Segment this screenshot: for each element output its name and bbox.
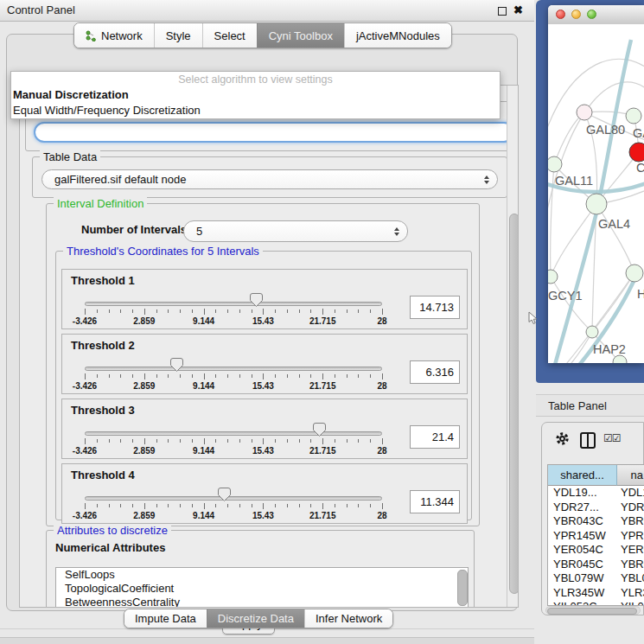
slider-tick-labels: -3.4262.8599.14415.4321.71528 [85,446,382,456]
column-header-shared-name[interactable]: shared... [548,465,617,486]
threshold-panel-4: Threshold 4 -3.4262.8599.14415.4321.7152… [61,463,468,524]
table-row[interactable]: YDL19...YDL1 [548,486,644,501]
attributes-group: Attributes to discretize Numerical Attri… [46,530,475,608]
tick-label: 21.715 [309,511,336,520]
cell-name[interactable]: YPR1 [617,529,644,544]
zoom-traffic-light-icon[interactable] [587,10,596,19]
screen: Control Panel ✖ NetworkStyleSelectCyni T… [0,0,644,644]
numerical-attributes-list[interactable]: SelfLoopsTopologicalCoefficientBetweenne… [55,567,469,608]
cell-shared-name[interactable]: YLR345W [548,586,617,601]
table-row[interactable]: YPR145WYPR1 [548,529,644,544]
interval-definition-group: Interval Definition Number of Intervals … [46,203,480,526]
cell-shared-name[interactable]: YBR043C [548,514,617,529]
attributes-scrollbar[interactable] [457,570,466,608]
network-node[interactable] [586,194,607,214]
cell-name[interactable]: YDL1 [617,486,644,501]
slider-thumb[interactable] [170,358,183,372]
network-window-titlebar[interactable] [548,5,644,25]
split-column-icon[interactable] [580,432,596,449]
attribute-item-topologicalcoefficient[interactable]: TopologicalCoefficient [56,582,468,596]
network-node[interactable] [626,265,643,282]
cell-name[interactable]: YBL0 [617,571,644,586]
cell-shared-name[interactable]: YER054C [548,543,617,558]
cell-shared-name[interactable]: YDL19... [548,486,617,501]
group-title: Table Data [40,150,100,163]
network-node[interactable] [626,108,641,124]
slider-thumb[interactable] [313,423,326,437]
slider-track[interactable] [85,496,382,501]
slider-thumb[interactable] [250,293,263,307]
table-row[interactable]: YDR27...YDR2 [548,501,644,515]
table-data-combo[interactable]: galFiltered.sif default node [41,169,498,189]
cell-shared-name[interactable]: YIL052C [548,600,617,606]
table-row[interactable]: YER054CYER0 [548,543,644,558]
tick-label: 9.144 [193,446,214,456]
threshold-value-field[interactable]: 11.344 [410,490,460,513]
close-icon[interactable]: ✖ [513,0,523,21]
cell-shared-name[interactable]: YBR045C [548,558,617,572]
slider-track[interactable] [85,367,382,371]
cell-name[interactable]: YBR0 [617,558,644,572]
network-node[interactable] [629,143,644,162]
network-node[interactable] [586,326,598,338]
window-bottom-edge [0,637,534,644]
network-node[interactable] [548,156,562,172]
table-row[interactable]: YLR345WYLR3 [548,586,644,601]
cell-name[interactable]: YIL0 [617,600,644,606]
slider-ticks [85,438,382,446]
network-node[interactable] [548,270,558,284]
attribute-item-selfloops[interactable]: SelfLoops [56,568,468,582]
cell-name[interactable]: YBR0 [617,514,644,529]
popup-placeholder-item[interactable]: Select algorithm to view settings [11,72,500,87]
table-row[interactable]: YBR045CYBR0 [548,558,644,572]
column-header-name[interactable]: na [617,465,644,486]
threshold-value-field[interactable]: 21.4 [410,425,460,449]
algorithm-combo[interactable] [34,122,514,143]
cell-name[interactable]: YER0 [617,543,644,558]
attribute-item-betweennesscentrality[interactable]: BetweennessCentrality [56,596,468,608]
cell-shared-name[interactable]: YDR27... [548,501,617,515]
float-window-icon[interactable] [498,7,507,16]
tick-label: 15.43 [252,511,274,520]
tick-label: 15.43 [252,446,274,456]
node-table: shared... na YDL19...YDL1YDR27...YDR2YBR… [547,464,644,606]
number-of-intervals-combo[interactable]: 5 [183,220,408,242]
network-canvas[interactable]: GAL80GACGAL11GAL4GCY1HHAP2 [548,24,644,363]
threshold-value-field[interactable]: 6.316 [410,360,460,384]
close-traffic-light-icon[interactable] [556,10,565,19]
slider-thumb[interactable] [218,488,231,501]
tab-jactivemnodules[interactable]: jActiveMNodules [344,23,451,48]
slider-track[interactable] [85,431,382,436]
table-row[interactable]: YBL079WYBL0 [548,571,644,586]
popup-item-manual-discretization[interactable]: Manual Discretization [11,87,500,103]
cell-shared-name[interactable]: YBL079W [548,571,617,586]
tab-discretize-data[interactable]: Discretize Data [207,609,304,628]
network-node[interactable] [577,105,592,120]
main-scrollbar[interactable] [507,86,519,608]
tab-network[interactable]: Network [74,23,154,48]
cell-shared-name[interactable]: YPR145W [548,529,617,544]
checkbox-pair-icon[interactable]: ☑☑ [603,432,621,444]
slider-tick-labels: -3.4262.8599.14415.4321.71528 [85,511,382,521]
tab-infer-network[interactable]: Infer Network [304,609,392,628]
scrollbar-thumb[interactable] [457,570,468,606]
node-label-h: H [637,287,644,301]
gear-icon[interactable] [555,431,570,446]
table-row[interactable]: YBR043CYBR0 [548,514,644,529]
tab-style[interactable]: Style [154,23,202,48]
threshold-panel-2: Threshold 2 -3.4262.8599.14415.4321.7152… [61,334,468,394]
tab-impute-data[interactable]: Impute Data [124,609,207,628]
cell-name[interactable]: YLR3 [617,586,644,601]
tab-select[interactable]: Select [202,23,257,48]
tab-cyni-toolbox[interactable]: Cyni Toolbox [257,23,344,48]
table-horizontal-scrollbar[interactable] [545,606,641,615]
cell-name[interactable]: YDR2 [617,501,644,515]
scrollbar-thumb[interactable] [547,608,637,615]
table-row[interactable]: YIL052CYIL0 [548,600,644,606]
popup-item-equal-width-frequency-discretization[interactable]: Equal Width/Frequency Discretization [11,103,500,118]
minimize-traffic-light-icon[interactable] [571,10,581,19]
slider-track[interactable] [85,302,382,306]
threshold-value-field[interactable]: 14.713 [410,296,460,319]
scrollbar-thumb[interactable] [509,214,519,594]
combo-value: 5 [184,221,407,241]
